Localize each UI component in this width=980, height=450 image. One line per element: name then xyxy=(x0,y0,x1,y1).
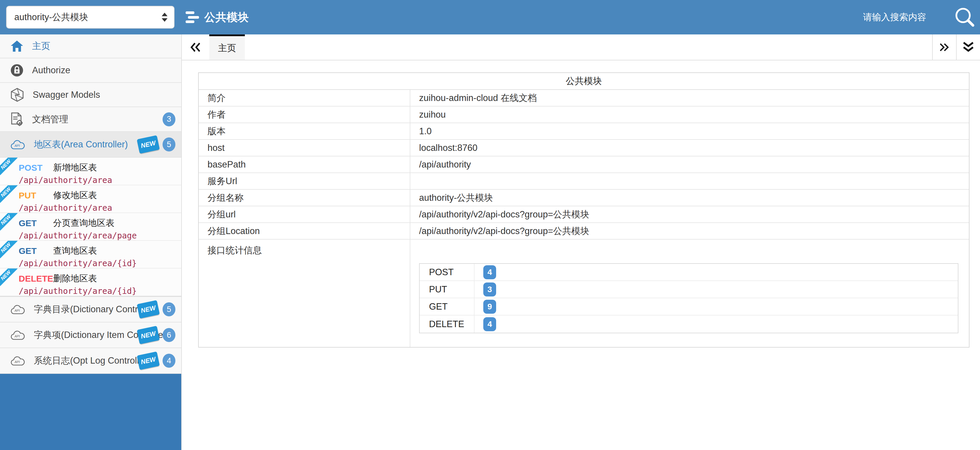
method-verb: PUT xyxy=(19,191,53,200)
method-title: 删除地区表 xyxy=(53,273,97,285)
new-ribbon-icon: NEW xyxy=(0,157,18,175)
new-ribbon-icon: NEW xyxy=(0,185,18,203)
table-row: 分组Location /api/authority/v2/api-docs?gr… xyxy=(199,223,969,240)
table-row: 简介 zuihou-admin-cloud 在线文档 xyxy=(199,90,969,107)
count-badge: 3 xyxy=(162,112,175,126)
sidebar: 主页 Authorize Swagger Models xyxy=(0,35,181,450)
stats-count-badge: 9 xyxy=(483,300,496,314)
method-path: /api/authority/area/{id} xyxy=(19,286,181,296)
module-info-table: 公共模块 简介 zuihou-admin-cloud 在线文档 作者 zuiho… xyxy=(198,72,969,348)
stats-row: GET 9 xyxy=(420,298,958,315)
method-title: 查询地区表 xyxy=(53,245,97,257)
sidebar-item-doc-manage[interactable]: 文档管理 3 xyxy=(0,107,181,132)
api-stats-table: POST 4 PUT 3 GET 9 DELETE xyxy=(419,263,958,333)
stats-count-badge: 4 xyxy=(483,265,496,279)
home-icon xyxy=(11,40,23,52)
method-item[interactable]: NEW DELETE 删除地区表 /api/authority/area/{id… xyxy=(0,269,181,296)
table-row: host localhost:8760 xyxy=(199,140,969,156)
method-title: 修改地区表 xyxy=(53,189,97,201)
new-badge: NEW xyxy=(137,135,160,154)
table-row: 分组url /api/authority/v2/api-docs?group=公… xyxy=(199,206,969,223)
method-item[interactable]: NEW POST 新增地区表 /api/authority/area xyxy=(0,157,181,185)
search-icon[interactable] xyxy=(954,7,975,28)
method-path: /api/authority/area/{id} xyxy=(19,259,181,268)
svg-text:API: API xyxy=(14,144,20,147)
method-verb: GET xyxy=(19,218,53,228)
sidebar-item-opt-log-controller[interactable]: API 系统日志(Opt Log Controller) NEW 4 xyxy=(0,348,181,374)
lock-icon xyxy=(11,64,23,77)
table-row-stats: 接口统计信息 POST 4 PUT 3 GET 9 xyxy=(199,240,969,347)
stats-row: PUT 3 xyxy=(420,281,958,298)
tab-bar: 主页 xyxy=(182,35,980,60)
sidebar-item-dictionary-item-controller[interactable]: API 字典项(Dictionary Item Controller) NEW … xyxy=(0,323,181,348)
sidebar-item-label: Swagger Models xyxy=(33,90,100,100)
count-badge: 5 xyxy=(162,302,175,316)
table-row: 服务Url xyxy=(199,173,969,190)
double-chevron-left-icon xyxy=(189,41,202,53)
method-item[interactable]: NEW GET 分页查询地区表 /api/authority/area/page xyxy=(0,213,181,241)
stats-count-badge: 4 xyxy=(483,317,496,331)
scroll-tabs-right-button[interactable] xyxy=(932,35,956,60)
double-chevron-down-icon xyxy=(961,41,975,54)
method-verb: POST xyxy=(19,163,53,173)
search-input[interactable]: 请输入搜索内容 xyxy=(863,11,926,23)
table-row: 分组名称 authority-公共模块 xyxy=(199,190,969,206)
sidebar-item-label: 系统日志(Opt Log Controller) xyxy=(34,355,150,367)
method-item[interactable]: NEW GET 查询地区表 /api/authority/area/{id} xyxy=(0,241,181,269)
cloud-api-icon: API xyxy=(11,355,25,366)
sidebar-item-authorize[interactable]: Authorize xyxy=(0,58,181,83)
main-content: 主页 公共模块 简介 zuihou-admin-cloud 在线文档 作者 zu… xyxy=(181,35,980,450)
table-row: 版本 1.0 xyxy=(199,123,969,140)
stats-row: POST 4 xyxy=(420,264,958,281)
sidebar-item-area-controller[interactable]: API 地区表(Area Controller) NEW 5 xyxy=(0,132,181,157)
new-badge: NEW xyxy=(137,326,160,344)
models-icon xyxy=(11,88,24,102)
tab-home[interactable]: 主页 xyxy=(209,35,245,60)
top-header: authority-公共模块 公共模块 请输入搜索内容 xyxy=(0,0,980,35)
sidebar-item-dictionary-controller[interactable]: API 字典目录(Dictionary Controller) NEW 5 xyxy=(0,297,181,323)
select-arrows-icon xyxy=(162,13,167,22)
collapse-tabs-button[interactable] xyxy=(182,35,209,60)
method-title: 分页查询地区表 xyxy=(53,217,115,229)
stats-count-badge: 3 xyxy=(483,283,496,296)
cloud-api-icon: API xyxy=(11,330,25,340)
method-verb: DELETE xyxy=(19,274,53,284)
sidebar-item-label: 主页 xyxy=(32,40,50,52)
group-select[interactable]: authority-公共模块 xyxy=(6,6,175,29)
group-select-value: authority-公共模块 xyxy=(14,11,88,23)
method-verb: GET xyxy=(19,246,53,256)
sidebar-filler xyxy=(0,374,181,450)
document-gear-icon xyxy=(11,112,23,126)
stats-row: DELETE 4 xyxy=(420,315,958,333)
sidebar-item-label: 地区表(Area Controller) xyxy=(34,138,128,151)
cloud-api-icon: API xyxy=(11,139,25,150)
method-path: /api/authority/area xyxy=(19,175,181,185)
count-badge: 6 xyxy=(162,328,175,342)
app-title: 公共模块 xyxy=(204,10,249,25)
table-title: 公共模块 xyxy=(199,73,969,90)
method-item[interactable]: NEW PUT 修改地区表 /api/authority/area xyxy=(0,185,181,213)
method-title: 新增地区表 xyxy=(53,162,97,173)
method-list: NEW POST 新增地区表 /api/authority/area NEW P… xyxy=(0,157,181,297)
double-chevron-right-icon xyxy=(938,41,951,53)
new-badge: NEW xyxy=(137,300,160,318)
app-logo-icon xyxy=(186,11,199,23)
sidebar-item-label: Authorize xyxy=(32,65,70,76)
svg-text:API: API xyxy=(14,334,20,338)
table-row: basePath /api/authority xyxy=(199,156,969,173)
tab-options-button[interactable] xyxy=(956,35,980,60)
svg-text:API: API xyxy=(14,360,20,364)
method-path: /api/authority/area/page xyxy=(19,231,181,240)
count-badge: 4 xyxy=(162,354,175,368)
sidebar-item-label: 文档管理 xyxy=(32,113,68,126)
sidebar-item-home[interactable]: 主页 xyxy=(0,35,181,58)
sidebar-item-swagger-models[interactable]: Swagger Models xyxy=(0,83,181,107)
new-badge: NEW xyxy=(137,351,160,370)
new-ribbon-icon: NEW xyxy=(0,213,18,231)
table-row: 作者 zuihou xyxy=(199,107,969,123)
method-path: /api/authority/area xyxy=(19,203,181,213)
count-badge: 5 xyxy=(162,137,175,151)
svg-text:API: API xyxy=(14,309,20,312)
new-ribbon-icon: NEW xyxy=(0,269,18,286)
new-ribbon-icon: NEW xyxy=(0,241,18,258)
